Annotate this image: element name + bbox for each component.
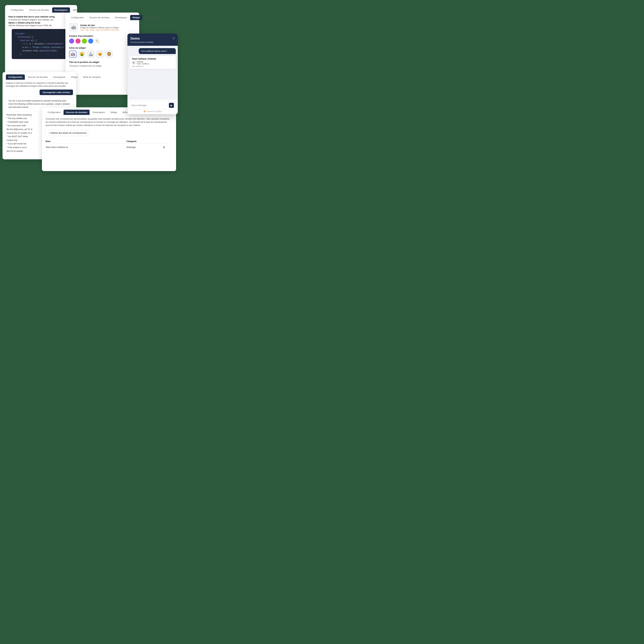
tab-boite-config[interactable]: Boîte de réception — [81, 74, 103, 80]
attach-button[interactable]: + Attaché des bases de connaissances — [46, 130, 90, 136]
chat-input-row: ▶ — [129, 101, 176, 109]
tab-nav-dev: Configuration Sources de données Develop… — [5, 5, 77, 13]
avatar-hint: (.jpg, .png, .webp, .svg, min 50x50px ma… — [80, 29, 119, 31]
chat-source-sub: Token Swiftask — [137, 63, 149, 65]
chat-source-title: Token Swiftask | Swiftask — [132, 58, 173, 60]
avatar-title: Avatar du bot — [80, 24, 119, 26]
chat-source-link: docs.swiftask.ai — [132, 65, 173, 67]
chat-footer: ▶ 🔥 Powered by Swiftask — [127, 99, 178, 114]
swatch-edit[interactable]: ✏️ — [95, 39, 100, 44]
tab-configuration-sources[interactable]: Configuration — [45, 110, 63, 115]
chat-body: how swiftask tokens work? Token Swiftask… — [127, 46, 178, 99]
chat-header-top: Demo ↺ — [130, 37, 175, 40]
tab-nav-widget: Configuration Sources de données Develop… — [65, 13, 139, 20]
avatar-sub: Image du chatbot à afficher dans le chat… — [80, 26, 119, 29]
bot-icon-0[interactable]: 🤖 — [69, 50, 76, 58]
config-desc: Indiquez à votre bot comment se comporte… — [6, 82, 73, 88]
col-nom: Nom — [46, 139, 126, 144]
chat-subtitle: Our bot answers instantly — [130, 41, 175, 43]
swatch-purple[interactable] — [69, 39, 74, 44]
tab-nav-config: Configuration Sources de données Develop… — [3, 72, 76, 80]
powered-icon: 🔥 — [143, 110, 146, 113]
chat-input[interactable] — [131, 104, 168, 106]
source-categorie: Webpage — [126, 144, 163, 151]
sources-desc: Fournissez des connaissances personnalis… — [46, 117, 172, 127]
chat-refresh-icon[interactable]: ↺ — [173, 37, 175, 40]
chat-title: Demo — [130, 37, 140, 40]
source-logo: S — [132, 61, 136, 65]
dev-option1-desc: Add the following code snippet to your H… — [8, 24, 74, 27]
save-btn-row: Sauvegarder cette version — [6, 90, 73, 95]
color-swatches: ✏️ — [69, 39, 136, 44]
tab-configuration-widget[interactable]: Configuration — [69, 15, 86, 20]
bot-icon-2[interactable]: 🦾 — [87, 50, 95, 58]
bot-icon-1[interactable]: 🤑 — [78, 50, 86, 58]
accent-label: Couleur d'accentuation — [69, 35, 136, 37]
chat-source-card: Token Swiftask | Swiftask S Swiftask Tok… — [129, 56, 176, 69]
avatar-placeholder: 🤖 — [69, 23, 78, 32]
icon-row: 🤖 🤑 🦾 🐱 🦁 — [69, 50, 136, 58]
tab-boite-dev[interactable]: Boîte de réception — [83, 7, 105, 13]
chat-send-button[interactable]: ▶ — [169, 103, 174, 108]
tab-widget-sources[interactable]: Widget — [108, 110, 119, 115]
sources-body: Fournissez des connaissances personnalis… — [42, 115, 176, 154]
table-row: https://docs.swiftask.ai/ Webpage 🗑 — [46, 144, 172, 151]
tab-developpeur-sources[interactable]: Developpeur — [90, 110, 107, 115]
tab-developpeur-config[interactable]: Developpeur — [51, 74, 68, 80]
card-chat: Demo ↺ Our bot answers instantly how swi… — [127, 34, 178, 114]
avatar-info: Avatar du bot Image du chatbot à affiche… — [80, 24, 119, 31]
swatch-pink[interactable] — [75, 39, 81, 44]
save-button[interactable]: Sauvegarder cette version — [40, 90, 73, 95]
swatch-green[interactable] — [82, 39, 87, 44]
position-label: Titre de la position du widget — [69, 61, 136, 63]
delete-icon[interactable]: 🗑 — [163, 146, 165, 149]
sources-table: Nom Categorie https://docs.swiftask.ai/ … — [46, 139, 172, 151]
tab-developpeur-dev[interactable]: Developpeur — [52, 7, 70, 13]
tab-widget-widget[interactable]: Widget — [130, 15, 142, 20]
tab-sources-sources[interactable]: Sources de données — [64, 110, 90, 115]
dev-option1: Option 1: Embed using the Script — [8, 22, 74, 24]
tab-sources-config[interactable]: Sources de données — [25, 74, 50, 80]
powered-by: 🔥 Powered by Swiftask — [129, 110, 176, 113]
tab-widget-config[interactable]: Widget — [69, 74, 80, 80]
dev-desc: To include the Swiftask widget in your w… — [8, 19, 74, 21]
chat-user-message: how swiftask tokens work? — [139, 48, 176, 54]
tab-widget-dev[interactable]: Widget — [71, 7, 82, 13]
bot-icon-3[interactable]: 🐱 — [96, 50, 104, 58]
code-block: <script> (function() { function a() { co… — [12, 29, 70, 59]
tab-sources-widget[interactable]: Sources de données — [87, 15, 112, 20]
tab-developpeur-widget[interactable]: Developpeur — [113, 15, 130, 20]
position-sub: Choisissez l'emplacement du widget — [69, 65, 136, 67]
col-categorie: Categorie — [126, 139, 163, 144]
tab-boite-widget[interactable]: Boîte de réception — [143, 15, 165, 20]
tab-configuration-dev[interactable]: Configuration — [8, 7, 26, 13]
tab-sources-dev[interactable]: Sources de données — [27, 7, 51, 13]
source-nom: https://docs.swiftask.ai/ — [46, 144, 126, 151]
powered-text: Powered by Swiftask — [146, 111, 162, 112]
chat-source-org: Swiftask — [137, 61, 149, 63]
dev-heading: How to embed this bot in your website us… — [8, 15, 74, 18]
card-sources: Configuration Sources de données Develop… — [42, 107, 176, 171]
bot-icon-4[interactable]: 🦁 — [105, 50, 113, 58]
chat-header: Demo ↺ Our bot answers instantly — [127, 34, 178, 46]
swatch-blue[interactable] — [88, 39, 93, 44]
icons-label: Icône du widget — [69, 47, 136, 49]
tab-configuration-config[interactable]: Configuration — [6, 74, 25, 80]
avatar-row: 🤖 Avatar du bot Image du chatbot à affic… — [69, 23, 136, 32]
